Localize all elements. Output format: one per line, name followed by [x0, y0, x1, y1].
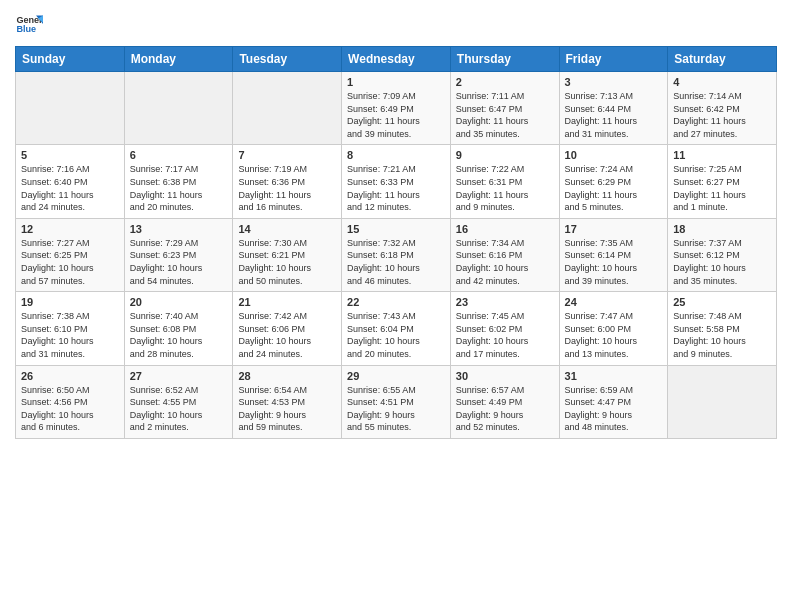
day-number: 3: [565, 76, 663, 88]
day-number: 21: [238, 296, 336, 308]
day-number: 14: [238, 223, 336, 235]
calendar-cell: [233, 72, 342, 145]
calendar-cell: [16, 72, 125, 145]
day-number: 17: [565, 223, 663, 235]
calendar-week-row-2: 5Sunrise: 7:16 AM Sunset: 6:40 PM Daylig…: [16, 145, 777, 218]
calendar-cell: 24Sunrise: 7:47 AM Sunset: 6:00 PM Dayli…: [559, 292, 668, 365]
day-number: 26: [21, 370, 119, 382]
day-info: Sunrise: 6:59 AM Sunset: 4:47 PM Dayligh…: [565, 384, 663, 434]
day-info: Sunrise: 7:13 AM Sunset: 6:44 PM Dayligh…: [565, 90, 663, 140]
day-number: 27: [130, 370, 228, 382]
day-number: 19: [21, 296, 119, 308]
day-number: 4: [673, 76, 771, 88]
day-number: 10: [565, 149, 663, 161]
day-number: 13: [130, 223, 228, 235]
day-info: Sunrise: 7:11 AM Sunset: 6:47 PM Dayligh…: [456, 90, 554, 140]
day-info: Sunrise: 7:30 AM Sunset: 6:21 PM Dayligh…: [238, 237, 336, 287]
day-number: 15: [347, 223, 445, 235]
day-info: Sunrise: 7:17 AM Sunset: 6:38 PM Dayligh…: [130, 163, 228, 213]
page-header: General Blue: [15, 10, 777, 38]
calendar-cell: 16Sunrise: 7:34 AM Sunset: 6:16 PM Dayli…: [450, 218, 559, 291]
day-info: Sunrise: 7:47 AM Sunset: 6:00 PM Dayligh…: [565, 310, 663, 360]
calendar-cell: 29Sunrise: 6:55 AM Sunset: 4:51 PM Dayli…: [342, 365, 451, 438]
svg-text:Blue: Blue: [16, 24, 36, 34]
day-info: Sunrise: 7:16 AM Sunset: 6:40 PM Dayligh…: [21, 163, 119, 213]
calendar-cell: 25Sunrise: 7:48 AM Sunset: 5:58 PM Dayli…: [668, 292, 777, 365]
calendar-cell: 12Sunrise: 7:27 AM Sunset: 6:25 PM Dayli…: [16, 218, 125, 291]
day-number: 7: [238, 149, 336, 161]
day-number: 30: [456, 370, 554, 382]
calendar-cell: 8Sunrise: 7:21 AM Sunset: 6:33 PM Daylig…: [342, 145, 451, 218]
day-info: Sunrise: 7:22 AM Sunset: 6:31 PM Dayligh…: [456, 163, 554, 213]
day-info: Sunrise: 6:54 AM Sunset: 4:53 PM Dayligh…: [238, 384, 336, 434]
day-info: Sunrise: 7:24 AM Sunset: 6:29 PM Dayligh…: [565, 163, 663, 213]
day-info: Sunrise: 7:29 AM Sunset: 6:23 PM Dayligh…: [130, 237, 228, 287]
logo: General Blue: [15, 10, 43, 38]
calendar-cell: 10Sunrise: 7:24 AM Sunset: 6:29 PM Dayli…: [559, 145, 668, 218]
calendar-cell: 9Sunrise: 7:22 AM Sunset: 6:31 PM Daylig…: [450, 145, 559, 218]
calendar-cell: 14Sunrise: 7:30 AM Sunset: 6:21 PM Dayli…: [233, 218, 342, 291]
calendar-cell: 13Sunrise: 7:29 AM Sunset: 6:23 PM Dayli…: [124, 218, 233, 291]
day-number: 2: [456, 76, 554, 88]
calendar-cell: 27Sunrise: 6:52 AM Sunset: 4:55 PM Dayli…: [124, 365, 233, 438]
calendar-cell: 22Sunrise: 7:43 AM Sunset: 6:04 PM Dayli…: [342, 292, 451, 365]
day-info: Sunrise: 7:34 AM Sunset: 6:16 PM Dayligh…: [456, 237, 554, 287]
day-number: 22: [347, 296, 445, 308]
day-number: 8: [347, 149, 445, 161]
calendar-week-row-1: 1Sunrise: 7:09 AM Sunset: 6:49 PM Daylig…: [16, 72, 777, 145]
weekday-header-monday: Monday: [124, 47, 233, 72]
calendar-cell: 30Sunrise: 6:57 AM Sunset: 4:49 PM Dayli…: [450, 365, 559, 438]
calendar-cell: 5Sunrise: 7:16 AM Sunset: 6:40 PM Daylig…: [16, 145, 125, 218]
calendar-cell: 26Sunrise: 6:50 AM Sunset: 4:56 PM Dayli…: [16, 365, 125, 438]
day-info: Sunrise: 7:37 AM Sunset: 6:12 PM Dayligh…: [673, 237, 771, 287]
calendar-cell: 20Sunrise: 7:40 AM Sunset: 6:08 PM Dayli…: [124, 292, 233, 365]
calendar-week-row-5: 26Sunrise: 6:50 AM Sunset: 4:56 PM Dayli…: [16, 365, 777, 438]
day-number: 28: [238, 370, 336, 382]
day-number: 29: [347, 370, 445, 382]
calendar-cell: 18Sunrise: 7:37 AM Sunset: 6:12 PM Dayli…: [668, 218, 777, 291]
day-info: Sunrise: 7:32 AM Sunset: 6:18 PM Dayligh…: [347, 237, 445, 287]
day-info: Sunrise: 7:40 AM Sunset: 6:08 PM Dayligh…: [130, 310, 228, 360]
calendar-week-row-3: 12Sunrise: 7:27 AM Sunset: 6:25 PM Dayli…: [16, 218, 777, 291]
calendar-table: SundayMondayTuesdayWednesdayThursdayFrid…: [15, 46, 777, 439]
weekday-header-friday: Friday: [559, 47, 668, 72]
calendar-cell: 23Sunrise: 7:45 AM Sunset: 6:02 PM Dayli…: [450, 292, 559, 365]
day-info: Sunrise: 7:21 AM Sunset: 6:33 PM Dayligh…: [347, 163, 445, 213]
day-number: 11: [673, 149, 771, 161]
day-info: Sunrise: 7:35 AM Sunset: 6:14 PM Dayligh…: [565, 237, 663, 287]
calendar-cell: [124, 72, 233, 145]
calendar-cell: 3Sunrise: 7:13 AM Sunset: 6:44 PM Daylig…: [559, 72, 668, 145]
day-info: Sunrise: 6:50 AM Sunset: 4:56 PM Dayligh…: [21, 384, 119, 434]
day-info: Sunrise: 7:42 AM Sunset: 6:06 PM Dayligh…: [238, 310, 336, 360]
day-number: 5: [21, 149, 119, 161]
day-info: Sunrise: 7:43 AM Sunset: 6:04 PM Dayligh…: [347, 310, 445, 360]
day-info: Sunrise: 6:52 AM Sunset: 4:55 PM Dayligh…: [130, 384, 228, 434]
day-number: 16: [456, 223, 554, 235]
day-number: 9: [456, 149, 554, 161]
day-info: Sunrise: 7:27 AM Sunset: 6:25 PM Dayligh…: [21, 237, 119, 287]
day-info: Sunrise: 6:55 AM Sunset: 4:51 PM Dayligh…: [347, 384, 445, 434]
calendar-cell: 28Sunrise: 6:54 AM Sunset: 4:53 PM Dayli…: [233, 365, 342, 438]
day-number: 20: [130, 296, 228, 308]
weekday-header-thursday: Thursday: [450, 47, 559, 72]
day-info: Sunrise: 7:14 AM Sunset: 6:42 PM Dayligh…: [673, 90, 771, 140]
day-info: Sunrise: 6:57 AM Sunset: 4:49 PM Dayligh…: [456, 384, 554, 434]
calendar-cell: 4Sunrise: 7:14 AM Sunset: 6:42 PM Daylig…: [668, 72, 777, 145]
calendar-cell: 2Sunrise: 7:11 AM Sunset: 6:47 PM Daylig…: [450, 72, 559, 145]
weekday-header-tuesday: Tuesday: [233, 47, 342, 72]
day-info: Sunrise: 7:19 AM Sunset: 6:36 PM Dayligh…: [238, 163, 336, 213]
logo-icon: General Blue: [15, 10, 43, 38]
weekday-header-saturday: Saturday: [668, 47, 777, 72]
calendar-cell: [668, 365, 777, 438]
calendar-cell: 11Sunrise: 7:25 AM Sunset: 6:27 PM Dayli…: [668, 145, 777, 218]
day-info: Sunrise: 7:48 AM Sunset: 5:58 PM Dayligh…: [673, 310, 771, 360]
calendar-cell: 21Sunrise: 7:42 AM Sunset: 6:06 PM Dayli…: [233, 292, 342, 365]
calendar-cell: 31Sunrise: 6:59 AM Sunset: 4:47 PM Dayli…: [559, 365, 668, 438]
day-number: 12: [21, 223, 119, 235]
weekday-header-row: SundayMondayTuesdayWednesdayThursdayFrid…: [16, 47, 777, 72]
day-info: Sunrise: 7:38 AM Sunset: 6:10 PM Dayligh…: [21, 310, 119, 360]
calendar-cell: 19Sunrise: 7:38 AM Sunset: 6:10 PM Dayli…: [16, 292, 125, 365]
day-number: 18: [673, 223, 771, 235]
day-info: Sunrise: 7:25 AM Sunset: 6:27 PM Dayligh…: [673, 163, 771, 213]
day-info: Sunrise: 7:09 AM Sunset: 6:49 PM Dayligh…: [347, 90, 445, 140]
